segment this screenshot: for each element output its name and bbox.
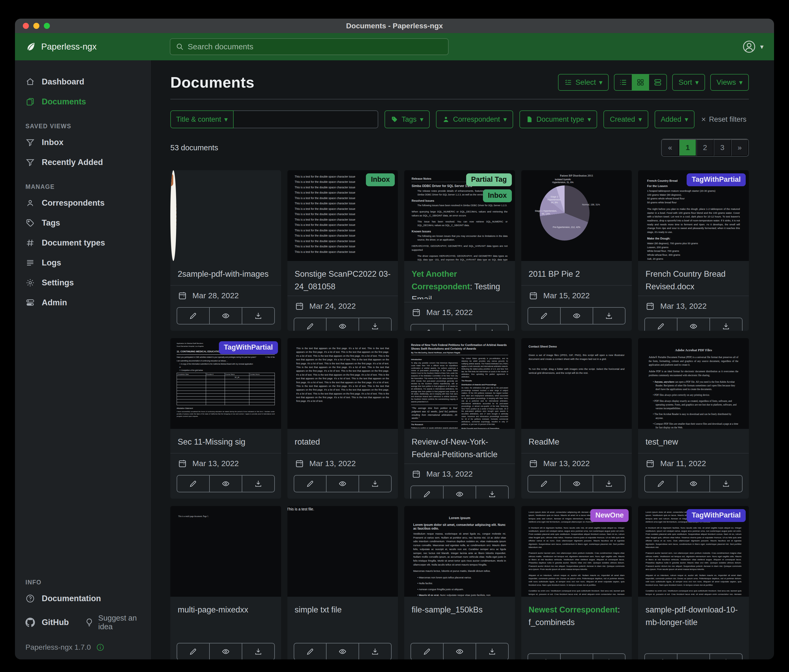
edit-button[interactable] [645, 476, 677, 492]
pagination-next[interactable]: » [731, 139, 748, 156]
edit-button[interactable] [177, 308, 209, 324]
download-button[interactable] [242, 643, 274, 659]
edit-button[interactable] [645, 654, 677, 659]
document-thumbnail[interactable]: Contact Sheet DemoGiven a set of image f… [521, 338, 632, 429]
document-title[interactable]: French Country Bread Revised.docx [645, 268, 741, 293]
edit-button[interactable] [645, 318, 677, 331]
download-button[interactable] [709, 318, 742, 331]
tag-badge[interactable]: NewOne [590, 509, 629, 522]
view-button[interactable] [443, 486, 476, 498]
tag-badge[interactable]: TagWithPartial [219, 341, 278, 354]
view-button[interactable] [560, 308, 593, 324]
title-content-input[interactable] [233, 110, 378, 128]
document-thumbnail[interactable]: This is a test for the double space char… [287, 170, 398, 261]
document-title[interactable]: rotated [295, 436, 391, 448]
document-thumbnail[interactable]: Adobe Acrobat PDF FilesAdobe® Portable D… [638, 338, 749, 429]
document-title[interactable]: sample-pdf-download-10-mb-longer-title [645, 604, 741, 629]
document-title[interactable]: test_new [645, 436, 741, 448]
download-button[interactable] [242, 308, 274, 324]
select-button[interactable]: Select▾ [558, 74, 609, 91]
detail-view-button[interactable] [649, 75, 666, 90]
download-button[interactable] [709, 476, 742, 492]
views-button[interactable]: Views▾ [710, 74, 749, 91]
document-card[interactable]: Contact Sheet DemoGiven a set of image f… [521, 338, 632, 498]
document-title[interactable]: Yet Another Correspondent: Testing Email [412, 268, 508, 299]
document-card[interactable]: This is a test file. simple txt file [287, 506, 398, 659]
zoom-window-button[interactable] [44, 23, 50, 29]
document-card[interactable]: This is the text that appears on the fir… [287, 338, 398, 498]
tag-badge[interactable]: Another Sample Tag [170, 174, 173, 186]
document-title[interactable]: simple txt file [295, 604, 391, 616]
document-thumbnail[interactable]: Application for Medical Staff MembersGoo… [170, 338, 281, 429]
tag-badge[interactable]: Inbox [366, 174, 395, 186]
document-card[interactable]: Boundary Waters TripSix days in BWCA— Da… [170, 170, 281, 331]
edit-button[interactable] [528, 308, 560, 324]
document-card[interactable]: This is a multi page document. Page 1. m… [170, 506, 281, 659]
pagination-prev[interactable]: « [662, 139, 679, 156]
global-search[interactable] [170, 38, 449, 55]
list-view-button[interactable] [615, 75, 632, 90]
view-button[interactable] [677, 318, 709, 331]
document-thumbnail[interactable]: This is a multi page document. Page 1. [170, 506, 281, 597]
view-button[interactable] [326, 318, 359, 331]
document-type-filter-button[interactable]: Document type▾ [519, 110, 597, 128]
document-thumbnail[interactable]: This is the text that appears on the fir… [287, 338, 398, 429]
sidebar-item-github[interactable]: GitHub [15, 613, 79, 632]
document-thumbnail[interactable]: Boundary Waters TripSix days in BWCA— Da… [170, 170, 176, 261]
download-button[interactable] [359, 476, 391, 492]
document-thumbnail[interactable]: Lorem ipsumLorem ipsum dolor sit amet, c… [404, 506, 515, 597]
tag-badge[interactable]: TagWithPartial [687, 174, 746, 186]
sidebar-item-settings[interactable]: Settings [15, 273, 151, 293]
created-filter-button[interactable]: Created▾ [604, 110, 648, 128]
sidebar-item-suggest-an-idea[interactable]: Suggest an idea [79, 608, 151, 636]
document-thumbnail[interactable]: Release NotesSimba ODBC Driver for SQL S… [404, 170, 515, 261]
info-icon[interactable] [96, 643, 104, 651]
edit-button[interactable] [528, 476, 560, 492]
view-button[interactable] [326, 643, 359, 659]
view-button[interactable] [443, 643, 476, 659]
download-button[interactable] [359, 643, 391, 659]
document-card[interactable]: Lorem ipsum dolor sit amet, consectetur … [638, 506, 749, 659]
view-button[interactable] [560, 476, 593, 492]
edit-button[interactable] [528, 654, 560, 659]
sidebar-item-documentation[interactable]: Documentation [15, 589, 151, 608]
download-button[interactable] [359, 318, 391, 331]
document-card[interactable]: Release NotesSimba ODBC Driver for SQL S… [404, 170, 515, 331]
reset-filters-button[interactable]: × Reset filters [701, 115, 746, 124]
document-thumbnail[interactable]: Patient BP Distribution 2011Isolated Sys… [521, 170, 632, 261]
edit-button[interactable] [294, 643, 326, 659]
document-title[interactable]: multi-page-mixedxx [178, 604, 274, 616]
pagination-page-1[interactable]: 1 [679, 139, 696, 156]
sidebar-item-admin[interactable]: Admin [15, 293, 151, 313]
document-card[interactable]: Patient BP Distribution 2011Isolated Sys… [521, 170, 632, 331]
sidebar-item-documents[interactable]: Documents [15, 92, 151, 112]
download-button[interactable] [476, 486, 508, 498]
document-thumbnail[interactable]: Lorem ipsum dolor sit amet, consectetur … [638, 506, 749, 597]
edit-button[interactable] [294, 476, 326, 492]
document-title[interactable]: ReadMe [529, 436, 625, 448]
document-thumbnail[interactable]: Lorem ipsum dolor sit amet, consectetur … [521, 506, 632, 597]
document-title[interactable]: 2011 BP Pie 2 [529, 268, 625, 280]
sidebar-item-correspondents[interactable]: Correspondents [15, 193, 151, 213]
correspondent-name[interactable]: Newest Correspondent [529, 605, 618, 614]
document-card[interactable]: Application for Medical Staff MembersGoo… [170, 338, 281, 498]
document-title[interactable]: Review-of-New-York-Federal-Petitions-art… [412, 436, 508, 461]
view-button[interactable] [209, 643, 242, 659]
correspondent-filter-button[interactable]: Correspondent▾ [436, 110, 513, 128]
tag-badge[interactable]: TagWithPartial [687, 509, 746, 522]
tag-badge[interactable]: Inbox [483, 189, 512, 202]
edit-button[interactable] [411, 486, 443, 498]
view-button[interactable] [677, 654, 709, 659]
sidebar-item-document-types[interactable]: Document types [15, 233, 151, 253]
view-button[interactable] [443, 325, 476, 331]
tags-filter-button[interactable]: Tags▾ [385, 110, 430, 128]
edit-button[interactable] [294, 318, 326, 331]
search-input[interactable] [188, 42, 443, 51]
user-menu[interactable]: ▾ [742, 39, 763, 54]
download-button[interactable] [593, 654, 625, 659]
pagination-page-2[interactable]: 2 [696, 139, 714, 156]
view-button[interactable] [209, 476, 242, 492]
document-card[interactable]: French Country BreadFor the Leaven1 heap… [638, 170, 749, 331]
document-card[interactable]: Lorem ipsumLorem ipsum dolor sit amet, c… [404, 506, 515, 659]
download-button[interactable] [709, 654, 742, 659]
